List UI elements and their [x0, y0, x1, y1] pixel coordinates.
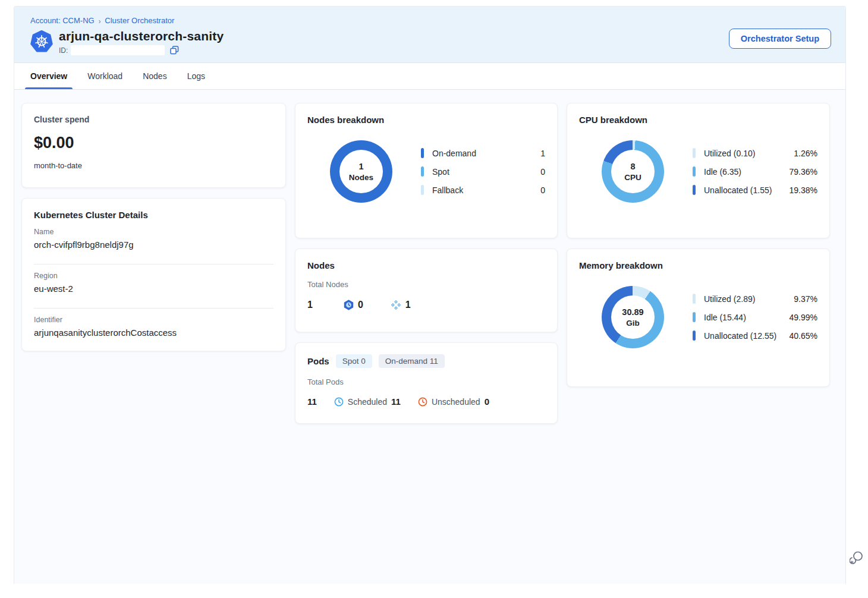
- tab-workload[interactable]: Workload: [87, 63, 122, 89]
- memory-breakdown-legend: Utilized (2.89) 9.37% Idle (15.44) 49.99…: [693, 294, 817, 341]
- cpu-breakdown-legend: Utilized (0.10) 1.26% Idle (6.35) 79.36%…: [693, 148, 817, 195]
- legend-marker: [693, 148, 696, 158]
- legend-value: 9.37%: [794, 294, 817, 304]
- breadcrumb-account-link[interactable]: Account: CCM-NG: [30, 16, 95, 25]
- cpu-breakdown-title: CPU breakdown: [579, 115, 817, 125]
- donut-center-value: 8: [630, 162, 635, 171]
- legend-label: Spot: [432, 167, 449, 177]
- legend-row-utilized: Utilized (0.10) 1.26%: [693, 148, 817, 158]
- nodes-breakdown-legend: On-demand 1 Spot 0 Fallback 0: [421, 148, 545, 195]
- legend-row-unallocated: Unallocated (12.55) 40.65%: [693, 331, 817, 341]
- tab-bar: Overview Workload Nodes Logs: [14, 63, 845, 90]
- spot-pods-badge: Spot 0: [336, 354, 372, 368]
- legend-marker: [693, 331, 696, 341]
- nodes-donut-chart: 1 Nodes: [330, 140, 392, 203]
- tab-overview[interactable]: Overview: [30, 63, 67, 89]
- legend-label: Fallback: [432, 185, 463, 195]
- legend-row-fallback: Fallback 0: [421, 185, 545, 195]
- spot-instance-icon: [344, 300, 354, 310]
- legend-value: 1.26%: [794, 149, 817, 158]
- legend-marker: [693, 166, 696, 177]
- detail-value: eu-west-2: [34, 284, 273, 300]
- unscheduled-pods-stat: Unscheduled 0: [418, 396, 489, 407]
- on-demand-nodes-count: 1: [405, 300, 411, 310]
- legend-label: Idle (15.44): [704, 313, 746, 322]
- donut-center-label: Nodes: [349, 173, 373, 182]
- legend-label: Unallocated (12.55): [704, 331, 776, 341]
- legend-label: On-demand: [432, 149, 476, 158]
- donut-center-label: Gib: [626, 319, 640, 328]
- legend-row-spot: Spot 0: [421, 166, 545, 177]
- memory-breakdown-title: Memory breakdown: [579, 260, 817, 270]
- page-header: Account: CCM-NG › Cluster Orchestrator: [14, 7, 845, 63]
- legend-label: Idle (6.35): [704, 167, 741, 177]
- detail-field-name: Name orch-cvifpfl9rbg8neldj97g: [34, 228, 273, 256]
- memory-breakdown-card: Memory breakdown 30.89 Gib Utilized (2.8…: [567, 248, 830, 387]
- copy-icon[interactable]: [170, 46, 179, 55]
- tab-logs[interactable]: Logs: [187, 63, 205, 89]
- legend-row-unallocated: Unallocated (1.55) 19.38%: [693, 185, 817, 195]
- cpu-breakdown-card: CPU breakdown 8 CPU Utilized (0.10): [567, 103, 830, 238]
- detail-label: Identifier: [34, 316, 273, 324]
- detail-field-region: Region eu-west-2: [34, 264, 273, 300]
- unscheduled-label: Unscheduled: [432, 397, 480, 407]
- legend-marker: [421, 185, 424, 195]
- nodes-card: Nodes Total Nodes 1 0: [295, 248, 558, 332]
- cluster-details-title: Kubernetes Cluster Details: [34, 210, 273, 220]
- legend-marker: [693, 185, 696, 195]
- cluster-spend-card: Cluster spend $0.00 month-to-date: [21, 103, 286, 188]
- detail-label: Name: [34, 228, 273, 236]
- chat-bubbles-icon: [850, 550, 864, 565]
- scheduled-label: Scheduled: [348, 397, 387, 407]
- cluster-details-card: Kubernetes Cluster Details Name orch-cvi…: [21, 198, 286, 351]
- tab-nodes[interactable]: Nodes: [143, 63, 166, 89]
- total-nodes-value: 1: [307, 300, 313, 310]
- nodes-card-title: Nodes: [307, 260, 545, 270]
- on-demand-pods-badge: On-demand 11: [379, 354, 445, 368]
- legend-marker: [421, 166, 424, 177]
- detail-label: Region: [34, 272, 273, 280]
- legend-value: 49.99%: [790, 313, 817, 322]
- donut-center-value: 1: [358, 162, 363, 171]
- on-demand-nodes-stat: 1: [391, 300, 411, 310]
- cluster-id-label: ID:: [59, 46, 68, 55]
- legend-marker: [693, 312, 696, 322]
- scheduled-value: 11: [391, 396, 401, 407]
- legend-value: 0: [540, 185, 545, 195]
- breadcrumb-separator-icon: ›: [99, 16, 101, 24]
- legend-value: 40.65%: [790, 331, 817, 341]
- chat-widget-button[interactable]: [850, 550, 864, 567]
- detail-value: arjunqasanityclusterorchCostaccess: [34, 328, 273, 339]
- nodes-breakdown-card: Nodes breakdown 1 Nodes On-demand 1: [295, 103, 558, 238]
- main-panel: Account: CCM-NG › Cluster Orchestrator: [14, 6, 846, 584]
- donut-center-value: 30.89: [622, 307, 643, 317]
- cluster-spend-amount: $0.00: [34, 134, 273, 152]
- legend-row-idle: Idle (6.35) 79.36%: [693, 166, 817, 177]
- page-title: arjun-qa-clusterorch-sanity: [59, 29, 224, 43]
- legend-row-utilized: Utilized (2.89) 9.37%: [693, 294, 817, 304]
- donut-center-label: CPU: [624, 173, 641, 182]
- breadcrumb-page-link[interactable]: Cluster Orchestrator: [105, 16, 174, 25]
- legend-marker: [421, 148, 424, 158]
- pods-card: Pods Spot 0 On-demand 11 Total Pods 11 S…: [295, 342, 558, 424]
- title-row: arjun-qa-clusterorch-sanity ID:: [30, 29, 830, 55]
- legend-label: Utilized (2.89): [704, 294, 755, 304]
- legend-value: 79.36%: [790, 167, 817, 177]
- on-demand-instance-icon: [391, 300, 401, 310]
- scheduled-pods-stat: Scheduled 11: [334, 396, 401, 407]
- legend-row-idle: Idle (15.44) 49.99%: [693, 312, 817, 322]
- overview-content: Cluster spend $0.00 month-to-date Kubern…: [14, 90, 845, 424]
- total-pods-value: 11: [307, 396, 317, 407]
- legend-marker: [693, 294, 696, 304]
- legend-row-on-demand: On-demand 1: [421, 148, 545, 158]
- legend-label: Utilized (0.10): [704, 149, 755, 158]
- total-nodes-label: Total Nodes: [307, 280, 545, 289]
- orchestrator-setup-button[interactable]: Orchestrator Setup: [729, 29, 831, 49]
- legend-label: Unallocated (1.55): [704, 185, 772, 195]
- memory-donut-chart: 30.89 Gib: [602, 286, 664, 348]
- detail-value: orch-cvifpfl9rbg8neldj97g: [34, 240, 273, 256]
- pods-card-title: Pods: [307, 356, 329, 366]
- scheduled-clock-icon: [334, 397, 344, 407]
- unscheduled-value: 0: [485, 396, 489, 407]
- legend-value: 1: [540, 149, 545, 158]
